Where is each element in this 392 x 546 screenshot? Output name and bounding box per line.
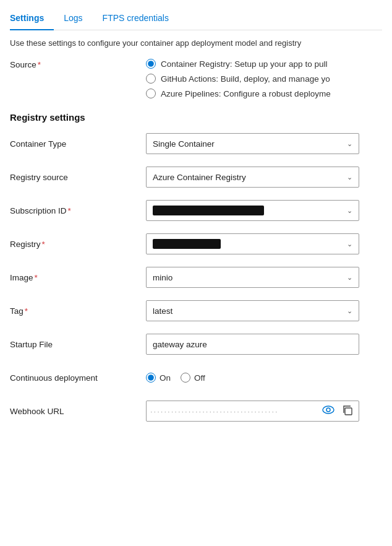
tab-bar: Settings Logs FTPS credentials	[10, 6, 382, 30]
container-type-dropdown[interactable]: Single Container ⌄	[146, 133, 359, 154]
image-dropdown[interactable]: minio ⌄	[146, 267, 359, 288]
startup-file-label: Startup File	[10, 340, 146, 349]
container-type-arrow-icon: ⌄	[347, 140, 352, 148]
startup-file-row: Startup File	[10, 333, 382, 355]
source-radio-container-registry[interactable]	[146, 59, 156, 69]
continuous-deployment-on[interactable]: On	[146, 373, 171, 383]
registry-source-dropdown[interactable]: Azure Container Registry ⌄	[146, 167, 359, 188]
registry-source-arrow-icon: ⌄	[347, 173, 352, 181]
image-arrow-icon: ⌄	[347, 274, 352, 282]
continuous-deployment-on-radio[interactable]	[146, 373, 156, 383]
source-section: Source* Container Registry: Setup up you…	[10, 59, 382, 98]
continuous-deployment-toggle-group: On Off	[146, 373, 205, 383]
source-option-container-registry[interactable]: Container Registry: Setup up your app to…	[146, 59, 331, 69]
continuous-deployment-label: Continuous deployment	[10, 373, 146, 383]
svg-point-1	[326, 408, 330, 412]
continuous-deployment-row: Continuous deployment On Off	[10, 366, 382, 389]
registry-source-row: Registry source Azure Container Registry…	[10, 166, 382, 188]
subscription-id-row: Subscription ID* ⌄	[10, 199, 382, 222]
continuous-deployment-off[interactable]: Off	[181, 373, 205, 383]
webhook-url-dots: ·····································	[150, 407, 317, 416]
registry-settings-heading: Registry settings	[10, 112, 382, 123]
container-type-label: Container Type	[10, 139, 146, 149]
continuous-deployment-off-radio[interactable]	[181, 373, 190, 383]
source-option-container-registry-label: Container Registry: Setup up your app to…	[161, 59, 327, 69]
source-radio-github-actions[interactable]	[146, 74, 156, 84]
tag-dropdown[interactable]: latest ⌄	[146, 300, 359, 321]
source-label: Source*	[10, 59, 146, 69]
source-radio-azure-pipelines[interactable]	[146, 89, 156, 98]
tab-settings[interactable]: Settings	[10, 7, 54, 30]
image-row: Image* minio ⌄	[10, 266, 382, 288]
container-type-row: Container Type Single Container ⌄	[10, 132, 382, 155]
webhook-url-input-wrap: ·····································	[146, 401, 359, 422]
registry-dropdown[interactable]: ⌄	[146, 233, 359, 254]
source-option-github-actions-label: GitHub Actions: Build, deploy, and manag…	[161, 74, 330, 84]
registry-arrow-icon: ⌄	[347, 240, 352, 248]
source-option-azure-pipelines[interactable]: Azure Pipelines: Configure a robust depl…	[146, 89, 331, 98]
page-description: Use these settings to configure your con…	[10, 30, 382, 59]
source-radio-group: Container Registry: Setup up your app to…	[146, 59, 331, 98]
tag-label: Tag*	[10, 306, 146, 316]
subscription-id-arrow-icon: ⌄	[347, 207, 352, 215]
webhook-copy-icon[interactable]	[340, 405, 355, 418]
registry-label: Registry*	[10, 240, 146, 249]
tag-row: Tag* latest ⌄	[10, 300, 382, 322]
image-label: Image*	[10, 273, 146, 282]
subscription-id-dropdown[interactable]: ⌄	[146, 200, 359, 221]
tag-value: latest	[153, 306, 173, 316]
webhook-eye-icon[interactable]	[320, 405, 336, 417]
startup-file-input[interactable]	[146, 334, 359, 355]
source-option-azure-pipelines-label: Azure Pipelines: Configure a robust depl…	[161, 89, 331, 98]
svg-rect-2	[345, 408, 352, 415]
image-value: minio	[153, 273, 173, 282]
registry-row: Registry* ⌄	[10, 233, 382, 255]
registry-redacted	[153, 239, 221, 249]
tab-logs[interactable]: Logs	[64, 7, 92, 30]
registry-source-label: Registry source	[10, 173, 146, 182]
registry-source-value: Azure Container Registry	[153, 173, 246, 182]
continuous-deployment-off-label: Off	[194, 373, 205, 383]
tag-arrow-icon: ⌄	[347, 307, 352, 315]
source-option-github-actions[interactable]: GitHub Actions: Build, deploy, and manag…	[146, 74, 331, 84]
subscription-id-label: Subscription ID*	[10, 206, 146, 215]
svg-point-0	[323, 406, 334, 414]
continuous-deployment-on-label: On	[160, 373, 171, 383]
container-type-value: Single Container	[153, 139, 215, 149]
subscription-id-redacted	[153, 206, 264, 215]
webhook-url-row: Webhook URL ····························…	[10, 400, 382, 422]
webhook-url-label: Webhook URL	[10, 407, 146, 416]
tab-ftps[interactable]: FTPS credentials	[103, 7, 179, 30]
